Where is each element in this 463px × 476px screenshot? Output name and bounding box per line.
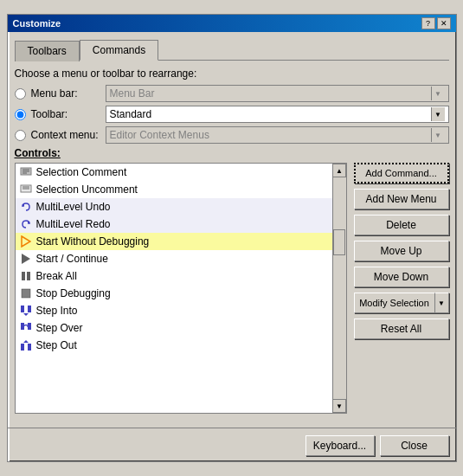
radio-context-label: Context menu: <box>31 129 100 141</box>
svg-rect-13 <box>22 289 30 298</box>
svg-rect-12 <box>27 272 30 280</box>
modify-selection-arrow[interactable]: ▼ <box>435 293 449 313</box>
title-bar-buttons: ? ✕ <box>421 17 451 29</box>
help-button[interactable]: ? <box>421 17 435 29</box>
comment2-icon <box>19 183 33 196</box>
radio-menubar[interactable] <box>15 88 26 100</box>
add-command-button[interactable]: Add Command... <box>354 163 449 183</box>
controls-list[interactable]: Selection Comment Selection Uncomment <box>15 163 347 414</box>
dialog-body: Toolbars Commands Choose a menu or toolb… <box>8 32 456 421</box>
scrollbar[interactable]: ▲ ▼ <box>332 164 346 413</box>
step-over-icon <box>19 321 33 335</box>
list-item[interactable]: Start / Continue <box>16 250 346 267</box>
list-item[interactable]: Step Over <box>16 319 346 337</box>
scroll-track <box>333 177 346 399</box>
step-into-icon <box>19 304 33 318</box>
scroll-up-btn[interactable]: ▲ <box>332 164 346 177</box>
radio-row-context: Context menu: Editor Context Menus ▼ <box>15 126 449 144</box>
list-item[interactable]: MultiLevel Redo ▶ <box>16 215 346 233</box>
customize-dialog: Customize ? ✕ Toolbars Commands Choose a… <box>7 14 457 462</box>
radio-context[interactable] <box>15 130 26 141</box>
buttons-panel: Add Command... Add New Menu Delete Move … <box>354 163 449 414</box>
svg-marker-9 <box>22 236 30 247</box>
svg-rect-21 <box>28 344 31 351</box>
combo-menubar: Menu Bar ▼ <box>106 85 449 102</box>
scroll-thumb[interactable] <box>333 229 345 255</box>
dialog-title: Customize <box>13 18 61 29</box>
bottom-bar: Keyboard... Close <box>8 428 456 461</box>
svg-rect-20 <box>21 344 24 351</box>
list-item[interactable]: Break All <box>16 267 346 285</box>
combo-menubar-arrow: ▼ <box>431 87 445 100</box>
radio-toolbar[interactable] <box>15 109 26 120</box>
reset-all-button[interactable]: Reset All <box>354 318 449 339</box>
svg-marker-16 <box>23 313 29 316</box>
tab-toolbars[interactable]: Toolbars <box>15 41 80 61</box>
radio-toolbar-label: Toolbar: <box>31 108 100 120</box>
stop-icon <box>19 286 33 300</box>
radio-menubar-label: Menu bar: <box>31 87 100 100</box>
pause-icon <box>19 269 33 283</box>
close-button[interactable]: ✕ <box>437 17 451 29</box>
radio-row-menubar: Menu bar: Menu Bar ▼ <box>15 85 449 102</box>
svg-marker-10 <box>22 254 30 264</box>
add-new-menu-button[interactable]: Add New Menu <box>354 189 449 209</box>
comment-icon <box>19 165 33 179</box>
svg-rect-11 <box>22 272 25 280</box>
move-down-button[interactable]: Move Down <box>354 267 449 287</box>
radio-group: Menu bar: Menu Bar ▼ Toolbar: Standard ▼… <box>15 85 449 144</box>
main-area: Selection Comment Selection Uncomment <box>15 163 449 414</box>
combo-toolbar-arrow[interactable]: ▼ <box>431 107 445 121</box>
step-out-icon <box>19 338 33 352</box>
list-item[interactable]: Stop Debugging <box>16 285 346 302</box>
section-label: Choose a menu or toolbar to rearrange: <box>15 68 449 80</box>
tabs-container: Toolbars Commands <box>15 39 449 61</box>
list-item-selected[interactable]: Start Without Debugging <box>16 233 346 250</box>
undo-icon <box>19 200 33 214</box>
tab-commands[interactable]: Commands <box>80 40 158 61</box>
list-item[interactable]: Selection Comment <box>16 164 346 181</box>
svg-marker-22 <box>23 340 29 343</box>
combo-toolbar[interactable]: Standard ▼ <box>106 106 449 123</box>
title-bar: Customize ? ✕ <box>8 15 456 32</box>
list-item[interactable]: Selection Uncomment <box>16 181 346 198</box>
close-dialog-button[interactable]: Close <box>380 435 449 456</box>
list-item[interactable]: Step Into <box>16 302 346 319</box>
svg-rect-15 <box>28 306 31 312</box>
scroll-down-btn[interactable]: ▼ <box>332 399 346 413</box>
combo-context: Editor Context Menus ▼ <box>106 126 449 144</box>
delete-button[interactable]: Delete <box>354 215 449 235</box>
keyboard-button[interactable]: Keyboard... <box>305 435 375 456</box>
move-up-button[interactable]: Move Up <box>354 241 449 261</box>
modify-selection-split: Modify Selection ▼ <box>354 293 449 313</box>
modify-selection-button[interactable]: Modify Selection <box>354 293 435 313</box>
controls-label: Controls: <box>15 147 449 159</box>
combo-context-arrow: ▼ <box>431 128 445 142</box>
redo-icon <box>19 217 33 231</box>
list-item[interactable]: MultiLevel Undo ▶ <box>16 198 346 215</box>
radio-row-toolbar: Toolbar: Standard ▼ <box>15 106 449 123</box>
list-item[interactable]: Step Out <box>16 337 346 354</box>
svg-rect-14 <box>21 306 24 312</box>
play-outline-icon <box>19 235 33 248</box>
play-gray-icon <box>19 252 33 266</box>
